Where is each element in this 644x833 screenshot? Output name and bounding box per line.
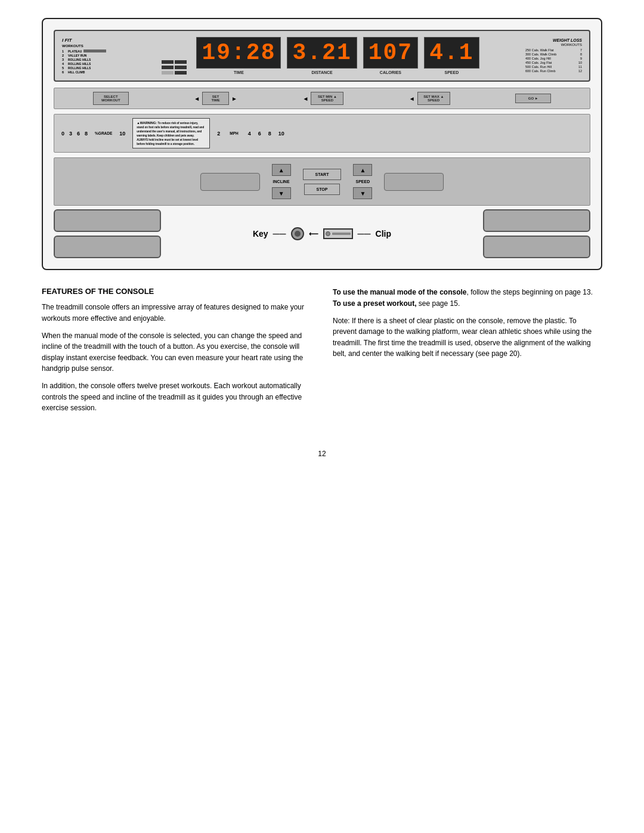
distance-display: 3.21 DISTANCE [287,37,357,75]
list-item: 6HILL CLIMB [62,70,116,74]
scale-row: 0 3 6 8 %GRADE 10 ▲WARNING: To reduce ri… [54,114,590,153]
time-value: 19:28 [196,37,281,69]
ifit-label: I FIT [62,38,116,43]
features-para-2: When the manual mode of the console is s… [42,330,311,374]
features-para-3: In addition, the console offers twelve p… [42,380,311,414]
display-panel: I FIT WORKOUTS 1PLATEAU 2VALLEY RUN 3ROL… [54,30,590,82]
key-connector-icon: —— [273,230,286,237]
connector-dash-icon: —— [358,230,371,237]
right-grip-bar2 [483,236,590,258]
action-panel: ▲ INCLINE ▼ START STOP ▲ SPEED ▼ [54,157,590,206]
list-item: 500 Cals. Run Hill11 [525,65,582,69]
key-circle-icon [291,227,304,240]
calories-label: CALORIES [380,70,401,75]
text-section: FEATURES OF THE CONSOLE The treadmill co… [42,287,602,419]
console-diagram: I FIT WORKOUTS 1PLATEAU 2VALLEY RUN 3ROL… [42,18,602,270]
set-min-speed-control: ◄ SET MIN ▲ SPEED [302,92,343,105]
left-grip-bar [54,209,161,232]
speed-down-button[interactable]: ▼ [353,187,372,199]
left-grip [200,173,260,191]
speed-display: 4.1 SPEED [424,37,479,75]
speed-control: ▲ SPEED ▼ [353,164,372,199]
go-button[interactable]: GO ► [515,94,551,103]
clip-icon [323,228,353,239]
set-max-speed-control: ◄ SET MAX ▲ SPEED [409,92,450,105]
list-item: 4ROLLING HILLS [62,62,116,66]
calories-value: 107 [363,37,418,69]
lcd-mini-bars [162,60,187,75]
speed-value: 4.1 [424,37,479,69]
set-time-down-icon[interactable]: ◄ [194,95,200,102]
distance-value: 3.21 [287,37,357,69]
right-grip-bar [483,209,590,232]
wire-icon: ⟵ [309,230,318,238]
bottom-panel: Key —— ⟵ —— Clip [54,209,590,258]
left-column: FEATURES OF THE CONSOLE The treadmill co… [42,287,311,419]
controls-row: SELECT WORKOUT ◄ SET TIME ► ◄ SET MIN ▲ … [54,88,590,109]
list-item: 250 Cals. Walk Flat7 [525,48,582,52]
time-display: 19:28 TIME [196,37,281,75]
list-item: 2VALLEY RUN [62,54,116,57]
right-para-2: Note: If there is a sheet of clear plast… [333,315,602,360]
list-item: 400 Cals. Jog Hill9 [525,57,582,60]
incline-up-button[interactable]: ▲ [272,164,291,176]
weight-loss-title: WEIGHT LOSS [525,38,582,42]
set-time-control: ◄ SET TIME ► [194,92,237,105]
left-handlebar [54,209,161,258]
speed-scale: 2 MPH 4 6 8 10 [217,131,284,137]
stop-button[interactable]: STOP [304,184,340,195]
time-label: TIME [234,70,244,75]
set-min-speed-down-icon[interactable]: ◄ [302,95,308,102]
weight-list: 250 Cals. Walk Flat7 300 Cals. Walk Clim… [525,48,582,73]
speed-ctrl-label: SPEED [356,179,370,184]
page-number: 12 [42,450,602,458]
start-button[interactable]: START [303,169,342,180]
key-label: Key [253,229,268,239]
list-item: 1PLATEAU [62,49,116,53]
lcd-display: 19:28 TIME 3.21 DISTANCE 107 CALORIES 4.… [116,37,525,75]
weight-loss-workouts-label: WORKOUTS [525,43,582,47]
speed-label: SPEED [444,70,459,75]
list-item: 300 Cals. Walk Climb8 [525,52,582,56]
start-stop-control: START STOP [303,169,342,195]
incline-control: ▲ INCLINE ▼ [272,164,291,199]
incline-label: INCLINE [273,179,290,184]
set-time-button[interactable]: SET TIME [202,92,229,105]
list-item: 600 Cals. Run Climb12 [525,69,582,73]
set-min-speed-button[interactable]: SET MIN ▲ SPEED [311,92,343,105]
incline-down-button[interactable]: ▼ [272,187,291,199]
speed-up-button[interactable]: ▲ [353,164,372,176]
distance-label: DISTANCE [311,70,332,75]
set-max-speed-down-icon[interactable]: ◄ [409,95,415,102]
clip-label: Clip [376,229,391,239]
features-para-1: The treadmill console offers an impressi… [42,302,311,324]
right-column: To use the manual mode of the console, f… [333,287,602,419]
workout-list: 1PLATEAU 2VALLEY RUN 3ROLLING HILLS 4ROL… [62,49,116,75]
workouts-label: WORKOUTS [62,44,116,48]
select-workout-button[interactable]: SELECT WORKOUT [93,92,129,105]
list-item: 5ROLLING HILLS [62,66,116,70]
left-grip-bar2 [54,236,161,258]
warning-box: ▲WARNING: To reduce risk of serious inju… [132,118,210,148]
set-max-speed-button[interactable]: SET MAX ▲ SPEED [417,92,450,105]
right-para-1: To use the manual mode of the console, f… [333,287,602,309]
right-grip [384,173,444,191]
grade-scale: 0 3 6 8 %GRADE 10 [61,131,125,137]
features-heading: FEATURES OF THE CONSOLE [42,287,311,296]
list-item: 450 Cals. Jog Flat10 [525,61,582,64]
calories-display: 107 CALORIES [363,37,418,75]
list-item: 3ROLLING HILLS [62,58,116,61]
weight-loss-panel: WEIGHT LOSS WORKOUTS 250 Cals. Walk Flat… [525,38,582,73]
set-time-up-icon[interactable]: ► [231,95,237,102]
right-handlebar [483,209,590,258]
ifit-workouts: I FIT WORKOUTS 1PLATEAU 2VALLEY RUN 3ROL… [62,38,116,75]
key-clip-area: Key —— ⟵ —— Clip [167,227,477,240]
